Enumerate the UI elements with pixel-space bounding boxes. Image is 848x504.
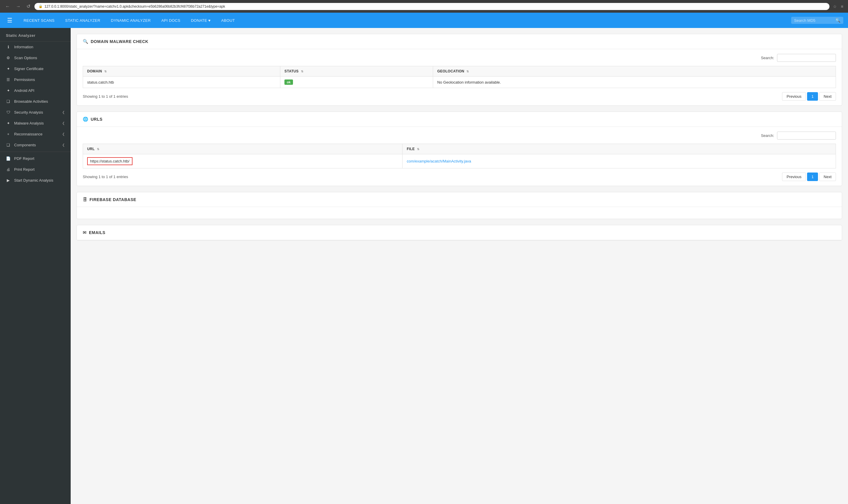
emails-section: ✉ EMAILS	[76, 225, 842, 240]
sidebar-item-reconnaissance[interactable]: + Reconnaissance ❮	[0, 129, 71, 140]
geolocation-sort-icon[interactable]: ⇅	[466, 70, 469, 73]
sidebar-label-scan-options: Scan Options	[14, 56, 37, 60]
chevron-right-icon-3: ❮	[62, 132, 65, 136]
sidebar-item-components[interactable]: ❑ Components ❮	[0, 140, 71, 150]
top-search-area: 🔍	[791, 17, 843, 24]
domain-pagination-controls: Previous 1 Next	[782, 92, 836, 101]
browser-chrome: ← → ↺ 🔒 127.0.0.1:8000/static_analyzer/?…	[0, 0, 848, 13]
globe-icon: 🌐	[83, 116, 88, 122]
nav-api-docs[interactable]: API DOCS	[156, 14, 186, 28]
sidebar-label-print-report: Print Report	[14, 167, 34, 172]
recon-icon: +	[6, 132, 11, 136]
sidebar-item-browsable-activities[interactable]: ❑ Browsable Activities	[0, 96, 71, 107]
urls-pagination-row: Showing 1 to 1 of 1 entries Previous 1 N…	[83, 173, 836, 181]
urls-next-button[interactable]: Next	[819, 173, 836, 181]
sidebar-item-scan-options[interactable]: ⚙ Scan Options	[0, 52, 71, 63]
urls-previous-button[interactable]: Previous	[782, 173, 806, 181]
app-container: ☰ RECENT SCANS STATIC ANALYZER DYNAMIC A…	[0, 13, 848, 504]
status-col-header: STATUS ⇅	[280, 66, 433, 76]
sidebar-label-security-analysis: Security Analysis	[14, 110, 43, 114]
components-icon: ❑	[6, 143, 11, 147]
sidebar-item-print-report[interactable]: 🖨 Print Report	[0, 164, 71, 175]
sidebar-label-android-api: Android API	[14, 88, 34, 93]
malware-check-icon: 🔍	[83, 39, 88, 44]
file-sort-icon[interactable]: ⇅	[417, 147, 419, 151]
sidebar-label-reconnaissance: Reconnaissance	[14, 132, 42, 136]
firebase-body	[77, 207, 842, 219]
chevron-right-icon-4: ❮	[62, 143, 65, 147]
sidebar-item-information[interactable]: ℹ Information	[0, 41, 71, 52]
domain-pagination-row: Showing 1 to 1 of 1 entries Previous 1 N…	[83, 92, 836, 101]
sidebar-item-signer-certificate[interactable]: ✦ Signer Certificate	[0, 63, 71, 74]
file-link[interactable]: com/example/acatch/MainActivity.java	[407, 159, 471, 163]
urls-search-label: Search:	[761, 133, 774, 138]
main-layout: Static Analyzer ℹ Information ⚙ Scan Opt…	[0, 28, 848, 504]
sidebar-item-android-api[interactable]: ✦ Android API	[0, 85, 71, 96]
sidebar-item-pdf-report[interactable]: 📄 PDF Report	[0, 153, 71, 164]
shield-icon: 🛡	[6, 110, 11, 114]
forward-button[interactable]: →	[14, 3, 22, 10]
sidebar-label-components: Components	[14, 143, 36, 147]
address-bar[interactable]: 🔒 127.0.0.1:8000/static_analyzer/?name=c…	[34, 3, 829, 10]
database-icon: 🗄	[83, 197, 87, 202]
firebase-title: FIREBASE DATABASE	[90, 197, 136, 202]
sidebar-item-permissions[interactable]: ☰ Permissions	[0, 74, 71, 85]
nav-links: RECENT SCANS STATIC ANALYZER DYNAMIC ANA…	[18, 14, 791, 28]
domain-search-row: Search:	[83, 54, 836, 62]
status-sort-icon[interactable]: ⇅	[301, 70, 303, 73]
sidebar-item-start-dynamic[interactable]: ▶ Start Dynamic Analysis	[0, 175, 71, 186]
firebase-header: 🗄 FIREBASE DATABASE	[77, 192, 842, 207]
domain-search-label: Search:	[761, 56, 774, 60]
domain-page-1-button[interactable]: 1	[807, 92, 818, 101]
back-button[interactable]: ←	[3, 3, 12, 10]
sidebar-item-malware-analysis[interactable]: ✦ Malware Analysis ❮	[0, 118, 71, 129]
print-icon: 🖨	[6, 167, 11, 172]
sidebar: Static Analyzer ℹ Information ⚙ Scan Opt…	[0, 28, 71, 504]
url-cell: https://status.catch.htb/	[83, 154, 402, 168]
sidebar-label-signer-certificate: Signer Certificate	[14, 67, 43, 71]
domain-col-header: DOMAIN ⇅	[83, 66, 280, 76]
nav-dynamic-analyzer[interactable]: DYNAMIC ANALYZER	[106, 14, 156, 28]
urls-body: Search: URL ⇅ FILE	[77, 127, 842, 186]
domain-previous-button[interactable]: Previous	[782, 92, 806, 101]
md5-search-button[interactable]: 🔍	[835, 18, 840, 23]
emails-header: ✉ EMAILS	[77, 225, 842, 240]
domain-sort-icon[interactable]: ⇅	[104, 70, 107, 73]
status-badge-ok: ok	[285, 79, 293, 85]
chevron-right-icon-2: ❮	[62, 121, 65, 125]
domain-malware-table: DOMAIN ⇅ STATUS ⇅ GEOLOCATION ⇅	[83, 66, 836, 88]
permissions-icon: ☰	[6, 77, 11, 82]
url-text: 127.0.0.1:8000/static_analyzer/?name=cat…	[44, 4, 825, 8]
bookmark-button[interactable]: ☆	[832, 3, 838, 10]
nav-about[interactable]: ABOUT	[216, 14, 240, 28]
domain-malware-header: 🔍 DOMAIN MALWARE CHECK	[77, 34, 842, 49]
refresh-button[interactable]: ↺	[25, 2, 32, 10]
chevron-right-icon: ❮	[62, 110, 65, 114]
status-cell: ok	[280, 76, 433, 88]
table-row: https://status.catch.htb/ com/example/ac…	[83, 154, 836, 168]
domain-search-input[interactable]	[777, 54, 836, 62]
urls-search-input[interactable]	[777, 131, 836, 140]
sidebar-label-start-dynamic: Start Dynamic Analysis	[14, 178, 53, 182]
sidebar-title: Static Analyzer	[0, 28, 71, 41]
domain-next-button[interactable]: Next	[819, 92, 836, 101]
md5-search-input[interactable]	[794, 18, 835, 23]
hamburger-button[interactable]: ☰	[5, 14, 15, 26]
sidebar-label-malware-analysis: Malware Analysis	[14, 121, 43, 125]
geolocation-cell: No Geolocation information available.	[433, 76, 836, 88]
sidebar-label-information: Information	[14, 45, 33, 49]
sidebar-item-security-analysis[interactable]: 🛡 Security Analysis ❮	[0, 107, 71, 118]
nav-donate[interactable]: DONATE ♥	[185, 14, 216, 28]
gear-icon: ⚙	[6, 56, 11, 60]
browser-actions: ☆ ≡	[832, 3, 845, 10]
email-icon: ✉	[83, 230, 87, 235]
play-icon: ▶	[6, 178, 11, 182]
url-sort-icon[interactable]: ⇅	[97, 147, 99, 151]
browser-menu-button[interactable]: ≡	[840, 3, 845, 10]
domain-malware-section: 🔍 DOMAIN MALWARE CHECK Search: DOMAIN	[76, 34, 842, 106]
domain-table-header-row: DOMAIN ⇅ STATUS ⇅ GEOLOCATION ⇅	[83, 66, 836, 76]
malware-icon: ✦	[6, 121, 11, 125]
nav-recent-scans[interactable]: RECENT SCANS	[18, 14, 60, 28]
nav-static-analyzer[interactable]: STATIC ANALYZER	[60, 14, 105, 28]
urls-page-1-button[interactable]: 1	[807, 173, 818, 181]
